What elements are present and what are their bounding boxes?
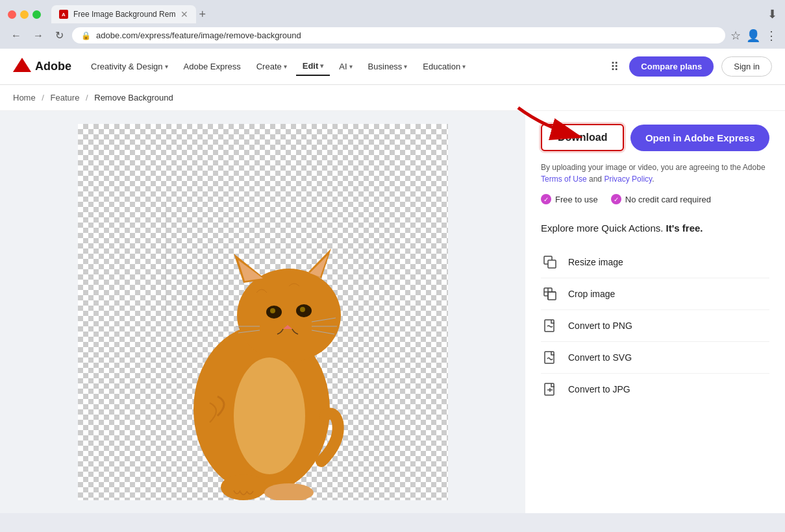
checkmark-icon: ✓: [541, 194, 551, 204]
resize-icon: [541, 253, 559, 271]
chevron-down-icon: ▾: [349, 63, 353, 70]
downloads-icon[interactable]: ⬇: [767, 7, 777, 21]
breadcrumb-home[interactable]: Home: [13, 93, 36, 103]
nav-label-create: Create: [256, 62, 282, 71]
quick-action-resize-image[interactable]: Resize image: [541, 247, 769, 278]
nav-label-education: Education: [423, 62, 460, 71]
svg-rect-26: [548, 292, 556, 300]
apps-grid-icon[interactable]: ⠿: [608, 57, 621, 77]
chevron-down-icon: ▾: [284, 63, 287, 70]
terms-of-use-link[interactable]: Terms of Use: [541, 175, 587, 184]
download-button[interactable]: Download: [541, 124, 624, 151]
breadcrumb-separator: /: [86, 93, 88, 103]
svg-point-11: [300, 307, 305, 312]
close-window-button[interactable]: [8, 10, 16, 19]
new-tab-button[interactable]: +: [199, 8, 206, 21]
privacy-policy-link[interactable]: Privacy Policy: [604, 175, 652, 184]
right-panel: Download Open in Adobe Express By upload…: [525, 111, 785, 513]
refresh-button[interactable]: ↻: [52, 28, 67, 43]
convert-svg-icon: [541, 348, 559, 367]
nav-label-adobe-express: Adobe Express: [184, 62, 241, 71]
tab-bar: A Free Image Background Rem ✕ +: [51, 5, 762, 23]
chevron-down-icon: ▾: [462, 63, 466, 70]
chevron-down-icon: ▾: [404, 63, 407, 70]
explore-bold: It's free.: [666, 223, 703, 234]
quick-action-convert-png[interactable]: Convert to PNG: [541, 310, 769, 342]
free-to-use-badge: ✓ Free to use: [541, 194, 598, 204]
no-credit-card-label: No credit card required: [625, 195, 711, 204]
cat-svg: [166, 202, 360, 500]
no-credit-card-badge: ✓ No credit card required: [611, 194, 711, 204]
nav-label-edit: Edit: [303, 61, 319, 71]
quick-action-convert-svg[interactable]: Convert to SVG: [541, 342, 769, 374]
active-tab[interactable]: A Free Image Background Rem ✕: [51, 5, 196, 23]
chevron-down-icon: ▾: [165, 63, 168, 70]
tab-close-button[interactable]: ✕: [181, 9, 188, 19]
nav-label-creativity-design: Creativity & Design: [91, 62, 163, 71]
breadcrumb-separator: /: [42, 93, 44, 103]
explore-title: Explore more Quick Actions. It's free.: [541, 223, 769, 234]
url-text: adobe.com/express/feature/image/remove-b…: [96, 30, 716, 40]
address-bar-row: ← → ↻ 🔒 adobe.com/express/feature/image/…: [0, 23, 785, 49]
nav-item-creativity-design[interactable]: Creativity & Design ▾: [84, 58, 175, 75]
menu-icon[interactable]: ⋮: [766, 29, 777, 43]
free-to-use-label: Free to use: [555, 195, 598, 204]
page: Adobe Creativity & Design ▾ Adobe Expres…: [0, 49, 785, 513]
svg-point-19: [234, 357, 305, 474]
quick-action-convert-jpg[interactable]: Convert to JPG: [541, 374, 769, 405]
compare-plans-button[interactable]: Compare plans: [629, 56, 714, 77]
svg-point-3: [237, 269, 341, 362]
convert-png-icon: [541, 317, 559, 335]
browser-chrome: A Free Image Background Rem ✕ + ⬇ ← → ↻ …: [0, 0, 785, 49]
resize-image-label: Resize image: [568, 257, 623, 267]
profile-icon[interactable]: 👤: [746, 29, 760, 43]
adobe-logo[interactable]: Adobe: [13, 58, 71, 76]
nav-item-create[interactable]: Create ▾: [250, 58, 293, 75]
badges-row: ✓ Free to use ✓ No credit card required: [541, 194, 769, 204]
svg-rect-31: [545, 383, 554, 395]
convert-jpg-icon: [541, 380, 559, 398]
terms-text: By uploading your image or video, you ar…: [541, 162, 769, 185]
title-bar: A Free Image Background Rem ✕ + ⬇: [0, 0, 785, 23]
adobe-logo-text: Adobe: [35, 60, 71, 73]
image-area: [0, 111, 525, 513]
nav-item-edit[interactable]: Edit ▾: [296, 57, 330, 76]
convert-svg-label: Convert to SVG: [568, 352, 632, 363]
explore-prefix: Explore more Quick Actions.: [541, 223, 666, 234]
crop-image-label: Crop image: [568, 289, 615, 299]
nav-label-business: Business: [368, 62, 403, 71]
nav-item-adobe-express[interactable]: Adobe Express: [177, 58, 247, 75]
nav-label-ai: AI: [339, 62, 347, 71]
breadcrumb-current: Remove Background: [94, 93, 173, 103]
breadcrumb-feature[interactable]: Feature: [51, 93, 80, 103]
bookmark-icon[interactable]: ☆: [730, 29, 741, 43]
forward-button[interactable]: →: [30, 29, 47, 43]
back-button[interactable]: ←: [8, 29, 25, 43]
traffic-lights: [8, 10, 41, 19]
main-content: Download Open in Adobe Express By upload…: [0, 111, 785, 513]
svg-point-20: [221, 474, 266, 500]
convert-png-label: Convert to PNG: [568, 320, 632, 331]
convert-jpg-label: Convert to JPG: [568, 384, 630, 394]
checkmark-icon-2: ✓: [611, 194, 621, 204]
svg-point-10: [270, 308, 275, 313]
chevron-down-icon: ▾: [320, 62, 323, 69]
adobe-logo-icon: [13, 58, 31, 76]
quick-actions-list: Resize image Crop image: [541, 247, 769, 405]
nav-item-ai[interactable]: AI ▾: [332, 58, 358, 75]
minimize-window-button[interactable]: [20, 10, 29, 19]
cat-image: [153, 176, 373, 500]
quick-action-crop-image[interactable]: Crop image: [541, 278, 769, 310]
sign-in-button[interactable]: Sign in: [721, 56, 772, 77]
lock-icon: 🔒: [81, 31, 91, 40]
browser-toolbar-icons: ⬇: [767, 7, 777, 21]
action-buttons-row: Download Open in Adobe Express: [541, 124, 769, 151]
tab-favicon: A: [59, 10, 68, 19]
address-bar[interactable]: 🔒 adobe.com/express/feature/image/remove…: [72, 27, 725, 43]
nav-item-business[interactable]: Business ▾: [362, 58, 414, 75]
tab-title-text: Free Image Background Rem: [73, 10, 175, 19]
open-in-adobe-express-button[interactable]: Open in Adobe Express: [630, 125, 769, 151]
maximize-window-button[interactable]: [32, 10, 41, 19]
nav-item-education[interactable]: Education ▾: [416, 58, 472, 75]
breadcrumb: Home / Feature / Remove Background: [0, 85, 785, 111]
